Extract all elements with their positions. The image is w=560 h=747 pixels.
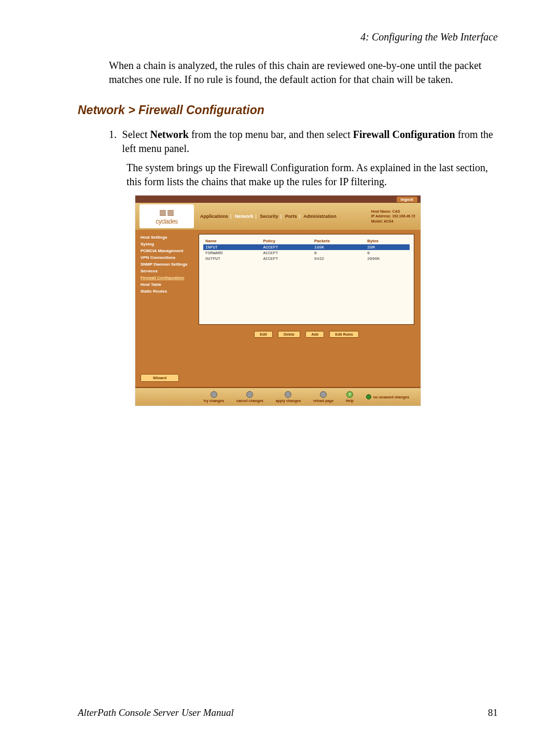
help-icon: ?: [346, 391, 353, 398]
col-name: Name: [203, 238, 261, 244]
sidebar-item-host-table[interactable]: Host Table: [141, 281, 189, 288]
label: cancel changes: [236, 399, 263, 403]
tab-applications[interactable]: Applications: [200, 214, 228, 219]
sidebar-item-static-routes[interactable]: Static Routes: [141, 288, 189, 295]
top-bar: logout: [135, 196, 421, 203]
bottom-toolbar: try changes cancel changes apply changes…: [135, 387, 421, 406]
sidebar-item-host-settings[interactable]: Host Settings: [141, 234, 189, 241]
firewall-config-screenshot: logout cyclades Applications| Network| S…: [135, 195, 421, 406]
sidebar-item-pcmcia[interactable]: PCMCIA Management: [141, 247, 189, 254]
delete-button[interactable]: Delete: [278, 331, 300, 338]
step-line-1: Select Network from the top menu bar, an…: [122, 128, 498, 156]
step-number: 1.: [109, 128, 122, 156]
col-packets: Packets: [312, 238, 365, 244]
step-paragraph-2: The system brings up the Firewall Config…: [127, 161, 498, 189]
sidebar-item-firewall-config[interactable]: Firewall Configuration: [141, 274, 189, 281]
logo-icon: [160, 210, 174, 216]
cell: 28M: [365, 244, 410, 250]
side-menu: Host Settings Syslog PCMCIA Management V…: [135, 230, 192, 387]
cyclades-logo: cyclades: [139, 204, 194, 228]
label: Help: [346, 399, 354, 403]
apply-changes-button[interactable]: apply changes: [276, 391, 301, 403]
col-policy: Policy: [261, 238, 312, 244]
add-button[interactable]: Add: [305, 331, 324, 338]
step-block: 1. Select Network from the top menu bar,…: [109, 128, 498, 189]
action-buttons: Edit Delete Add Edit Rules: [199, 328, 414, 338]
table-row[interactable]: INPUT ACCEPT 189K 28M: [203, 244, 410, 250]
edit-rules-button[interactable]: Edit Rules: [329, 331, 358, 338]
chains-table: Name Policy Packets Bytes INPUT ACCEPT 1…: [203, 238, 410, 261]
wizard-button[interactable]: Wizard: [141, 374, 179, 382]
footer-title: AlterPath Console Server User Manual: [78, 707, 234, 718]
bold-network: Network: [150, 129, 188, 140]
cell: 0: [365, 250, 410, 256]
try-changes-button[interactable]: try changes: [204, 391, 224, 403]
chains-panel: Name Policy Packets Bytes INPUT ACCEPT 1…: [199, 234, 414, 325]
ip-address: IP Address: 192.168.46.72: [371, 214, 415, 218]
cell: 6432: [312, 256, 365, 261]
reload-icon: [320, 391, 327, 398]
sidebar-item-syslog[interactable]: Syslog: [141, 241, 189, 247]
header-banner: cyclades Applications| Network| Security…: [135, 203, 421, 230]
main-panel: Name Policy Packets Bytes INPUT ACCEPT 1…: [192, 230, 421, 387]
unsaved-changes-indicator: no unsaved changes: [366, 394, 409, 399]
sidebar-item-services[interactable]: Services: [141, 268, 189, 274]
text: Select: [122, 129, 150, 140]
intro-paragraph: When a chain is analyzed, the rules of t…: [109, 59, 498, 87]
reload-page-button[interactable]: reload page: [313, 391, 333, 403]
cell: FORWARD: [203, 250, 261, 256]
tab-ports[interactable]: Ports: [285, 214, 297, 219]
bold-firewall-config: Firewall Configuration: [353, 129, 455, 140]
cell: ACCEPT: [261, 250, 312, 256]
label: reload page: [313, 399, 333, 403]
cell: 0: [312, 250, 365, 256]
col-bytes: Bytes: [365, 238, 410, 244]
logout-button[interactable]: logout: [397, 197, 417, 202]
cell: ACCEPT: [261, 244, 312, 250]
host-info: Host Name: CAS IP Address: 192.168.46.72…: [371, 209, 421, 223]
label: try changes: [204, 399, 224, 403]
cell: INPUT: [203, 244, 261, 250]
sidebar-item-snmp[interactable]: SNMP Daemon Settings: [141, 261, 189, 268]
cell: 189K: [312, 244, 365, 250]
cell: OUTPUT: [203, 256, 261, 261]
page-number: 81: [488, 707, 498, 718]
host-name: Host Name: CAS: [371, 209, 415, 214]
text: from the top menu bar, and then select: [189, 129, 353, 140]
sidebar-item-vpn[interactable]: VPN Connections: [141, 254, 189, 261]
cancel-icon: [246, 391, 253, 398]
table-row[interactable]: FORWARD ACCEPT 0 0: [203, 250, 410, 256]
edit-button[interactable]: Edit: [254, 331, 272, 338]
tab-administration[interactable]: Administration: [303, 214, 337, 219]
label: no unsaved changes: [373, 395, 409, 399]
cancel-changes-button[interactable]: cancel changes: [236, 391, 263, 403]
try-icon: [211, 391, 217, 398]
section-heading: Network > Firewall Configuration: [78, 103, 498, 117]
apply-icon: [285, 391, 291, 398]
cell: ACCEPT: [261, 256, 312, 261]
tab-security[interactable]: Security: [260, 214, 278, 219]
chapter-header: 4: Configuring the Web Interface: [78, 31, 498, 43]
table-row[interactable]: OUTPUT ACCEPT 6432 2096K: [203, 256, 410, 261]
tab-network[interactable]: Network: [235, 214, 254, 219]
help-button[interactable]: ?Help: [346, 391, 354, 403]
cell: 2096K: [365, 256, 410, 261]
label: apply changes: [276, 399, 301, 403]
logo-text: cyclades: [156, 218, 178, 225]
top-tabs: Applications| Network| Security| Ports| …: [194, 214, 371, 219]
status-dot-icon: [366, 394, 371, 399]
model: Model: ACS4: [371, 219, 415, 224]
